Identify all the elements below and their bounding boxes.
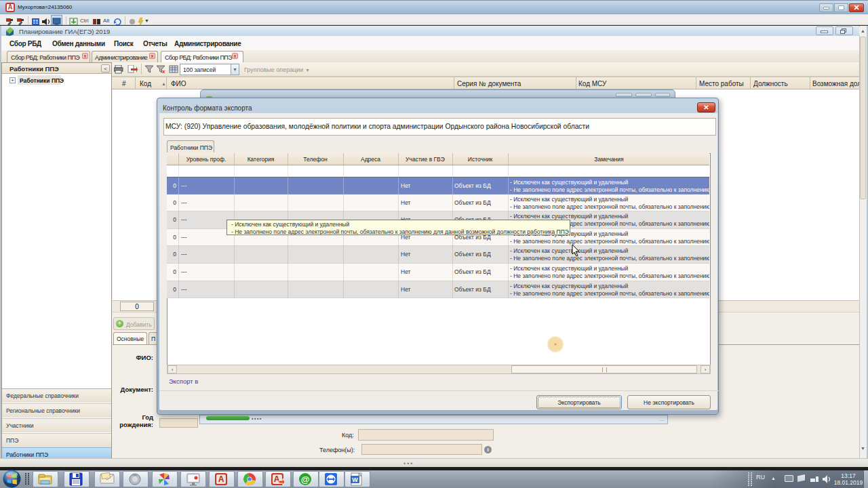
svg-text:x: x: [162, 68, 165, 74]
svg-text:W: W: [352, 476, 358, 483]
svg-text:A: A: [218, 474, 224, 484]
svg-text:@: @: [301, 474, 310, 485]
